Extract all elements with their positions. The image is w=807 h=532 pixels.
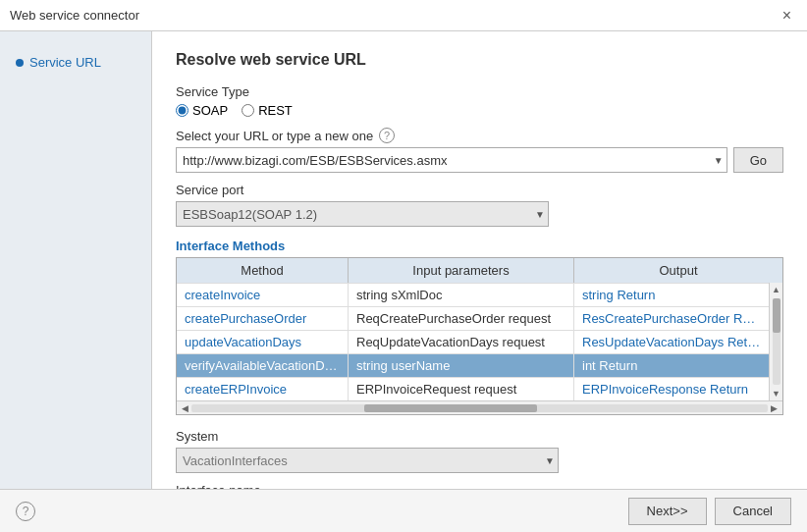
methods-table: Method Input parameters Output createInv… <box>176 257 783 415</box>
system-label: System <box>176 429 783 444</box>
title-bar-title: Web service connector <box>10 8 139 23</box>
url-select[interactable]: http://www.bizagi.com/ESB/ESBServices.as… <box>176 147 727 173</box>
cell-method: createERPInvoice <box>177 378 349 400</box>
radio-soap[interactable]: SOAP <box>176 103 228 118</box>
col-output: Output <box>574 258 782 283</box>
cell-method: createPurchaseOrder <box>177 307 349 330</box>
sidebar-item-service-url[interactable]: Service URL <box>10 51 141 74</box>
footer: ? Next>> Cancel <box>0 489 807 532</box>
service-port-label: Service port <box>176 183 783 197</box>
table-row[interactable]: verifyAvailableVacationDays string userN… <box>177 353 769 377</box>
col-input: Input parameters <box>349 258 574 283</box>
url-row: Select your URL or type a new one ? http… <box>176 128 783 173</box>
cell-input: ReqCreatePurchaseOrder request <box>349 307 574 330</box>
footer-left: ? <box>16 502 35 521</box>
footer-right: Next>> Cancel <box>628 498 791 525</box>
title-bar: Web service connector × <box>0 0 807 31</box>
footer-help-icon[interactable]: ? <box>16 502 35 521</box>
table-row[interactable]: updateVacationDays ReqUpdateVacationDays… <box>177 330 769 353</box>
interface-methods-section: Interface Methods Method Input parameter… <box>176 239 783 415</box>
system-row: System VacationInterfaces ▼ <box>176 429 783 473</box>
system-select[interactable]: VacationInterfaces <box>176 448 559 473</box>
radio-rest[interactable]: REST <box>242 103 293 118</box>
scroll-down-icon[interactable]: ▼ <box>772 387 780 400</box>
section-title: Resolve web service URL <box>176 51 783 69</box>
cell-method: updateVacationDays <box>177 331 349 353</box>
service-type-row: Service Type SOAP REST <box>176 84 783 118</box>
cell-output: ERPInvoiceResponse Return <box>574 378 769 400</box>
next-button[interactable]: Next>> <box>628 498 707 525</box>
cell-output: ResUpdateVacationDays Return <box>574 331 769 353</box>
sidebar-item-label: Service URL <box>29 55 101 70</box>
system-section: System VacationInterfaces ▼ Interface na… <box>176 429 783 489</box>
url-select-wrap: http://www.bizagi.com/ESB/ESBServices.as… <box>176 147 727 173</box>
h-scrollbar-track <box>191 404 768 412</box>
url-help-icon[interactable]: ? <box>379 128 395 143</box>
radio-soap-label: SOAP <box>192 103 228 118</box>
table-body: createInvoice string sXmlDoc string Retu… <box>177 283 769 400</box>
table-body-wrap: createInvoice string sXmlDoc string Retu… <box>177 283 782 400</box>
cell-input: string userName <box>349 354 574 377</box>
dialog-body: Service URL Resolve web service URL Serv… <box>0 31 807 489</box>
service-type-label: Service Type <box>176 84 783 99</box>
cell-output: string Return <box>574 284 769 306</box>
cell-input: ReqUpdateVacationDays request <box>349 331 574 353</box>
go-button[interactable]: Go <box>733 147 783 173</box>
scroll-up-icon[interactable]: ▲ <box>772 283 780 296</box>
scrollbar-thumb <box>773 298 780 333</box>
radio-soap-input[interactable] <box>176 104 188 117</box>
h-scrollbar[interactable]: ◀ ▶ <box>177 400 782 414</box>
cell-output: int Return <box>574 354 769 377</box>
radio-rest-input[interactable] <box>242 104 254 117</box>
radio-rest-label: REST <box>258 103 293 118</box>
cancel-button[interactable]: Cancel <box>715 498 791 525</box>
port-select[interactable]: ESBSoap12(SOAP 1.2) <box>176 201 549 227</box>
interface-methods-label: Interface Methods <box>176 239 783 253</box>
url-input-row: http://www.bizagi.com/ESB/ESBServices.as… <box>176 147 783 173</box>
cell-method: verifyAvailableVacationDays <box>177 354 349 377</box>
table-row[interactable]: createPurchaseOrder ReqCreatePurchaseOrd… <box>177 306 769 330</box>
scroll-left-icon[interactable]: ◀ <box>179 403 191 413</box>
sidebar-dot <box>16 59 24 67</box>
cell-method: createInvoice <box>177 284 349 306</box>
table-header: Method Input parameters Output <box>177 258 782 283</box>
close-button[interactable]: × <box>777 6 797 26</box>
cell-input: string sXmlDoc <box>349 284 574 306</box>
cell-input: ERPInvoiceRequest request <box>349 378 574 400</box>
table-scrollbar[interactable]: ▲ ▼ <box>769 283 782 400</box>
table-row[interactable]: createInvoice string sXmlDoc string Retu… <box>177 283 769 306</box>
service-port-row: Service port ESBSoap12(SOAP 1.2) ▼ <box>176 183 783 227</box>
table-row[interactable]: createERPInvoice ERPInvoiceRequest reque… <box>177 377 769 400</box>
main-content: Resolve web service URL Service Type SOA… <box>152 31 807 489</box>
port-select-wrap: ESBSoap12(SOAP 1.2) ▼ <box>176 201 549 227</box>
scrollbar-track <box>773 298 780 385</box>
cell-output: ResCreatePurchaseOrder Return <box>574 307 769 330</box>
col-method: Method <box>177 258 349 283</box>
system-select-wrap: VacationInterfaces ▼ <box>176 448 559 473</box>
h-scrollbar-thumb <box>364 404 537 412</box>
sidebar: Service URL <box>0 31 152 489</box>
service-type-radio-group: SOAP REST <box>176 103 783 118</box>
url-label: Select your URL or type a new one <box>176 129 373 143</box>
scroll-right-icon[interactable]: ▶ <box>768 403 780 413</box>
